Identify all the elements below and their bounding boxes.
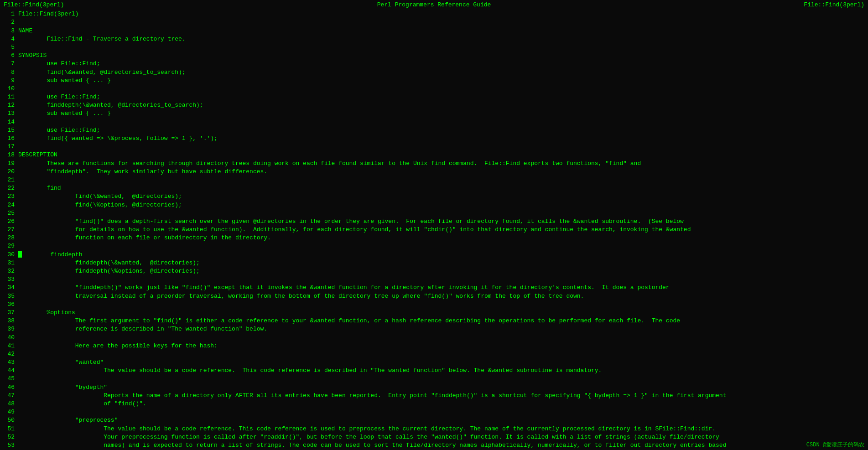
line-content: NAME [18,27,864,35]
line-content: find(\&wanted, @directories_to_search); [18,68,864,77]
table-row: 21 [4,176,864,184]
line-content [18,85,864,93]
table-row: 39 reference is described in "The wanted… [4,325,864,333]
table-row: 14 [4,118,864,126]
line-number: 13 [4,109,18,118]
line-content: "finddepth()" works just like "find()" e… [18,284,864,292]
line-number: 52 [4,433,18,441]
table-row: 35 traversal instead of a preorder trave… [4,292,864,300]
line-number: 16 [4,134,18,143]
line-number: 5 [4,43,18,52]
line-content [18,350,864,358]
table-row: 20 "finddepth". They work similarly but … [4,168,864,176]
line-content: "wanted" [18,358,864,367]
line-content: %options [18,309,864,317]
line-content: "finddepth". They work similarly but hav… [18,168,864,176]
line-number: 23 [4,192,18,201]
table-row: 2 [4,18,864,26]
line-content [18,118,864,126]
table-row: 15 use File::Find; [4,126,864,134]
header-right: File::Find(3perl) [804,1,864,9]
line-content: function on each file or subdirectory in… [18,234,864,242]
header-center: Perl Programmers Reference Guide [377,1,491,9]
table-row: 25 [4,209,864,217]
table-row: 28 function on each file or subdirectory… [4,234,864,242]
line-number: 31 [4,259,18,267]
line-content [18,275,864,284]
table-row: 1File::Find(3perl) [4,10,864,18]
line-number: 48 [4,400,18,408]
table-row: 9 sub wanted { ... } [4,77,864,85]
line-content: use File::Find; [18,93,864,101]
table-row: 12 finddepth(\&wanted, @directories_to_s… [4,101,864,109]
line-number: 14 [4,118,18,126]
line-content: use File::Find; [18,126,864,134]
line-number: 33 [4,275,18,284]
line-content [18,334,864,342]
line-number: 39 [4,325,18,333]
line-number: 49 [4,408,18,416]
table-row: 23 find(\&wanted, @directories); [4,192,864,201]
line-content: reference is described in "The wanted fu… [18,325,864,333]
line-number: 18 [4,151,18,159]
table-row: 38 The first argument to "find()" is eit… [4,317,864,325]
header-left: File::Find(3perl) [4,1,64,9]
line-number: 40 [4,334,18,342]
line-number: 45 [4,375,18,383]
line-content: names) and is expected to return a list … [18,441,864,450]
table-row: 34 "finddepth()" works just like "find()… [4,284,864,292]
table-row: 5 [4,43,864,52]
table-row: 18DESCRIPTION [4,151,864,159]
line-content: sub wanted { ... } [18,77,864,85]
line-number: 46 [4,383,18,392]
table-row: 22 find [4,184,864,192]
line-number: 4 [4,35,18,43]
terminal-window: File::Find(3perl) Perl Programmers Refer… [0,0,868,450]
line-content [18,408,864,416]
line-content: finddepth(\&wanted, @directories_to_sear… [18,101,864,109]
table-row: 30 finddepth [4,251,864,259]
line-number: 29 [4,242,18,250]
line-number: 12 [4,101,18,109]
line-number: 21 [4,176,18,184]
line-content: Reports the name of a directory only AFT… [18,392,864,400]
line-content: for details on how to use the &wanted fu… [18,226,864,234]
line-number: 7 [4,60,18,68]
line-content [18,143,864,151]
table-row: 49 [4,408,864,416]
table-row: 46 "bydepth" [4,383,864,392]
line-content: find(\&wanted, @directories); [18,192,864,201]
line-content: find({ wanted => \&process, follow => 1 … [18,134,864,143]
line-content [18,43,864,52]
line-content [18,375,864,383]
table-row: 33 [4,275,864,284]
table-row: 48 of "find()". [4,400,864,408]
header-bar: File::Find(3perl) Perl Programmers Refer… [0,0,868,10]
line-content: The first argument to "find()" is either… [18,317,864,325]
table-row: 36 [4,300,864,309]
table-row: 40 [4,334,864,342]
line-content [18,18,864,26]
line-content [18,242,864,250]
line-number: 43 [4,358,18,367]
line-content [18,209,864,217]
line-content: The value should be a code reference. Th… [18,425,864,433]
line-number: 8 [4,68,18,77]
line-number: 3 [4,27,18,35]
line-number: 38 [4,317,18,325]
line-number: 30 [4,251,18,259]
cursor-block [18,251,22,258]
line-content: finddepth(\&wanted, @directories); [18,259,864,267]
line-number: 15 [4,126,18,134]
line-number: 28 [4,234,18,242]
line-number: 42 [4,350,18,358]
line-content: These are functions for searching throug… [18,160,864,168]
table-row: 32 finddepth(\%options, @directories); [4,267,864,275]
line-content: "bydepth" [18,383,864,392]
line-number: 53 [4,441,18,450]
line-number: 32 [4,267,18,275]
line-number: 37 [4,309,18,317]
line-content: find(\%options, @directories); [18,201,864,209]
content-area: 1File::Find(3perl)23NAME4 File::Find - T… [0,10,868,450]
line-number: 27 [4,226,18,234]
